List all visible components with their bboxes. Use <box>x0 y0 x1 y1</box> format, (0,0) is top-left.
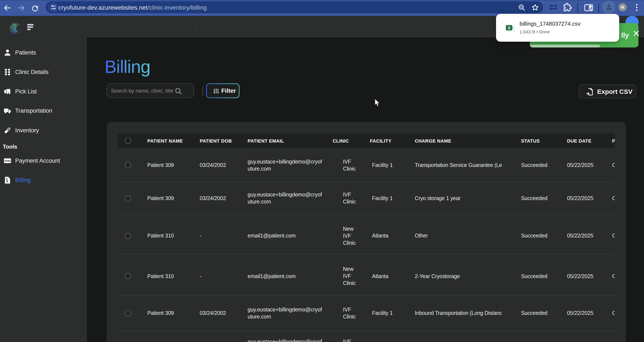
svg-text:$: $ <box>6 179 8 183</box>
svg-text:stripe: stripe <box>4 160 11 162</box>
svg-text:X: X <box>508 26 510 30</box>
